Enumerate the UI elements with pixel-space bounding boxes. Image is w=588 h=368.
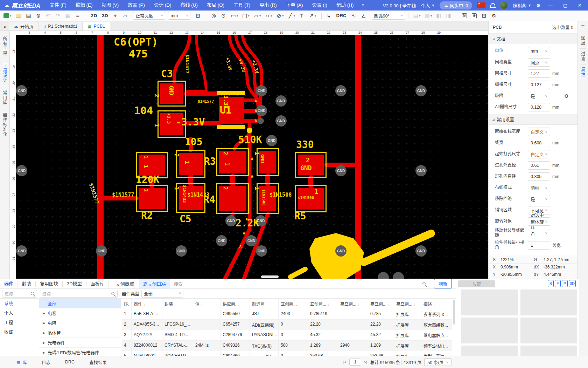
property-value-field[interactable]: 对选中整体旋转˅	[528, 217, 550, 226]
property-value-field[interactable]: 阻挡˅	[528, 184, 550, 192]
library-tab[interactable]: 封装	[18, 281, 36, 287]
document-tab[interactable]: ▦ PCB1	[83, 22, 110, 30]
silkscreen-text[interactable]: R4	[203, 194, 215, 205]
silkscreen-text[interactable]: 510K	[238, 134, 262, 145]
menu-overflow-icon[interactable]: ˅	[358, 3, 368, 8]
page-number-input[interactable]: 1	[349, 359, 361, 366]
gnd-via[interactable]: GND	[176, 245, 187, 257]
library-group-item[interactable]: 系统	[0, 299, 39, 308]
silkscreen-text[interactable]: A	[246, 217, 248, 221]
preview-view-button[interactable]: 3D	[569, 280, 576, 287]
menu-item[interactable]: 设计 (D)	[149, 0, 176, 11]
new-project-icon[interactable]: ▾	[1, 12, 14, 20]
snap-settings-gear-icon[interactable]: ⚙	[564, 93, 574, 99]
table-header-cell[interactable]: 嘉立创...	[338, 299, 368, 309]
silkscreen-text[interactable]: R2	[141, 210, 153, 221]
window-minimize-button[interactable]: —	[545, 3, 555, 8]
window-close-button[interactable]: ✕	[575, 3, 584, 8]
silkscreen-text[interactable]: 1	[142, 155, 149, 159]
gnd-via[interactable]: GND	[415, 85, 427, 96]
undo-icon[interactable]: ↶	[44, 12, 54, 20]
gnd-via[interactable]: GND	[16, 85, 27, 96]
username-dropdown[interactable]: 橡树酱▼	[513, 2, 531, 9]
document-tab[interactable]: ☁ 开始页	[9, 22, 39, 30]
pcb-pad[interactable]	[219, 186, 246, 211]
window-layout-icon[interactable]: ▦	[63, 12, 73, 20]
library-source-tab[interactable]: 嘉立创EDA	[139, 279, 170, 288]
test-point-icon[interactable]: ⊙	[219, 12, 229, 20]
preview-thumbnail[interactable]	[520, 289, 577, 315]
silkscreen-text[interactable]: 2	[142, 189, 149, 192]
grid-settings-icon[interactable]: ⊞	[193, 12, 203, 20]
preview-thumbnail[interactable]	[461, 289, 518, 315]
silkscreen-text[interactable]: 1	[314, 188, 318, 195]
statusbar-tab[interactable]: ▦库	[10, 359, 33, 366]
silkscreen-text[interactable]: GND	[168, 86, 174, 95]
statusbar-tab[interactable]: 日志	[33, 359, 57, 366]
library-group-item[interactable]: 工程	[0, 318, 39, 327]
preview-thumbnail[interactable]	[461, 318, 518, 343]
gnd-via[interactable]: GND	[335, 245, 346, 257]
unit-select[interactable]: mm˅	[168, 12, 190, 20]
table-header-cell[interactable]: 制造商	[250, 299, 279, 309]
silkscreen-text[interactable]: $1N1508	[298, 196, 314, 200]
silkscreen-text[interactable]: 104	[134, 104, 153, 117]
silkscreen-text[interactable]: $1N1508	[261, 189, 266, 205]
window-restore-button[interactable]: ▢	[560, 3, 570, 8]
menu-item[interactable]: 工具 (T)	[229, 0, 255, 11]
menu-item[interactable]: 导出 (R)	[255, 0, 281, 11]
group-filter-input[interactable]: 过滤	[2, 290, 37, 298]
preview-view-button[interactable]: P	[562, 280, 568, 287]
copper-region-icon[interactable]: ▱▾	[252, 12, 263, 20]
menu-item[interactable]: 帮助 (H)	[332, 0, 358, 11]
menu-item[interactable]: 视图 (V)	[97, 0, 124, 11]
silkscreen-text[interactable]: $1N1577	[198, 99, 214, 104]
gnd-via[interactable]: GND	[275, 115, 287, 127]
library-group-item[interactable]: 个人	[0, 308, 39, 318]
silkscreen-text[interactable]: $1N1508	[270, 192, 292, 198]
table-header-cell[interactable]: 立创商...	[279, 299, 308, 309]
category-item[interactable]: ▶光电器件	[39, 338, 121, 348]
table-row[interactable]: 1B5B-XH-A-...C495550JST24030.7851190.785…	[122, 309, 452, 320]
silkscreen-text[interactable]: 120K	[136, 174, 159, 185]
right-strip-tab[interactable]: 过滤	[580, 49, 586, 64]
search-list-icon[interactable]: ≡	[73, 12, 83, 20]
silkscreen-text[interactable]: A	[251, 175, 253, 178]
pad-icon[interactable]: ▭▾	[229, 12, 240, 20]
gnd-via[interactable]: GND	[225, 215, 237, 226]
silkscreen-text[interactable]: 1	[224, 162, 231, 166]
sidebar-collapse-icon[interactable]: ◄	[0, 23, 9, 30]
board-outline-icon[interactable]: ▱	[120, 12, 130, 20]
notification-bell-icon[interactable]	[490, 3, 495, 7]
gnd-via[interactable]: GND	[256, 245, 267, 257]
gnd-via[interactable]: GND	[335, 165, 346, 176]
preview-thumbnail[interactable]	[520, 318, 577, 343]
silkscreen-text[interactable]: 105	[185, 136, 203, 148]
menu-item[interactable]: 布线 (U)	[176, 0, 203, 11]
silkscreen-text[interactable]: A	[255, 119, 257, 123]
silkscreen-text[interactable]: $1N1577	[112, 192, 134, 198]
silkscreen-text[interactable]: A	[255, 109, 257, 113]
preview-thumbnail[interactable]	[520, 346, 577, 356]
table-row[interactable]: 48Z24000012CRYSTAL-...24MHzC409326TXC(晶技…	[122, 341, 452, 351]
flip-horizontal-icon[interactable]: ◧	[434, 12, 444, 20]
pcb-pad[interactable]	[261, 275, 279, 278]
table-row[interactable]: 3AQY272ASMD-4_L9...C2894776PANASONI...04…	[122, 330, 452, 341]
preview-view-button[interactable]: F	[555, 280, 561, 287]
diff-pair-icon[interactable]: ∿	[349, 12, 359, 20]
silkscreen-text[interactable]: A	[251, 157, 253, 161]
gnd-via[interactable]: GND	[216, 235, 227, 246]
silkscreen-text[interactable]: $1N1433	[182, 185, 187, 203]
gnd-via[interactable]: GND	[246, 235, 257, 246]
gnd-via[interactable]: GND	[335, 85, 346, 96]
zoom-area-icon[interactable]: ⌖	[111, 12, 120, 20]
silkscreen-text[interactable]: 1	[184, 161, 190, 164]
property-value-field[interactable]: mm˅	[528, 47, 550, 55]
keepout-icon[interactable]: ⊘▾	[274, 12, 286, 20]
save-icon[interactable]: ▤	[24, 12, 34, 20]
gerber-export-icon[interactable]: G	[460, 12, 470, 20]
distribute-icon[interactable]: ▥▾	[423, 12, 434, 20]
gnd-via[interactable]: GND	[415, 165, 427, 176]
via-icon[interactable]: ◎	[209, 12, 219, 20]
type-select[interactable]: 全部˅	[141, 290, 183, 298]
